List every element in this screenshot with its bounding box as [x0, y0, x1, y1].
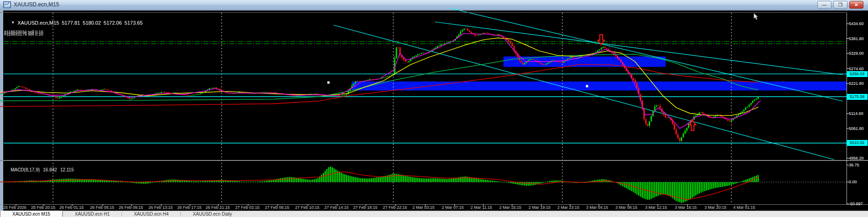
macd-histogram — [0, 166, 759, 203]
macd-name: MACD(8,17,9) — [11, 167, 40, 172]
price-axis-label: 5381.80 — [849, 36, 864, 41]
macd-value-signal: 12.115 — [60, 167, 74, 172]
time-axis-label: 27 Feb 06:15 — [265, 205, 289, 210]
object-handle-dot[interactable] — [586, 85, 588, 88]
time-axis-label: 25 Feb 20:15 — [31, 205, 55, 210]
time-axis-label: 2 Mar 11:15 — [471, 205, 492, 210]
time-axis-label: 26 Feb 13:15 — [148, 205, 173, 210]
price-axis-label: 5114.60 — [849, 111, 863, 116]
time-axis-label: 27 Feb 14:15 — [324, 205, 349, 210]
price-axis-label: 5221.80 — [849, 81, 864, 86]
ohlc-info-bar[interactable]: ▼XAUUSD.ecn,M155177.815180.025172.065173… — [5, 15, 145, 31]
time-axis-label: 26 Feb 09:15 — [119, 205, 143, 210]
time-axis-label: 26 Feb 05:15 — [90, 205, 114, 210]
price-axis-label: 5274.60 — [849, 67, 864, 71]
price-axis-label: 4956.20 — [849, 156, 864, 160]
symbol-dropdown-arrow-icon[interactable]: ▼ — [11, 21, 15, 25]
macd-axis-label: -50.697 — [849, 202, 863, 206]
price-badge: 5010.02 — [847, 140, 868, 146]
tab-xauusd-h1[interactable]: XAUUSD.ecn H1 — [63, 211, 122, 217]
info-open: 5177.81 — [62, 20, 80, 26]
trendline[interactable] — [333, 25, 834, 160]
time-axis-label: 27 Feb 02:15 — [235, 205, 259, 210]
time-axis-label: 3 Mar 20:15 — [704, 205, 726, 210]
tab-xauusd-daily[interactable]: XAUUSD.ecn Daily — [181, 211, 244, 217]
time-axis-label: 3 Mar 08:15 — [615, 205, 637, 210]
time-axis-label: 2 Mar 03:15 — [413, 205, 434, 210]
time-axis-label: 26 Feb 01:15 — [59, 205, 84, 210]
order-label: #118633179 sell 0.10 — [4, 32, 43, 36]
chart-tab-bar: XAUUSD.ecn M15 XAUUSD.ecn H1 XAUUSD.ecn … — [0, 211, 868, 217]
time-axis-label: 26 Feb 21:15 — [206, 205, 230, 210]
info-low: 5172.06 — [104, 20, 122, 26]
time-axis-label: 2 Mar 23:15 — [557, 205, 579, 210]
price-badge: 5175.08 — [847, 94, 868, 100]
mouse-cursor-icon — [754, 13, 758, 20]
time-axis-label: 3 Mar 12:15 — [645, 205, 667, 210]
time-axis-label: 4 Mar 01:15 — [733, 205, 755, 210]
price-axis-label: 5434.60 — [849, 21, 864, 26]
time-axis-label: 2 Mar 15:15 — [499, 205, 521, 210]
tab-xauusd-h4[interactable]: XAUUSD.ecn H4 — [122, 211, 180, 217]
time-axis-label: 3 Mar 16:15 — [675, 205, 697, 210]
macd-axis-label: 0.00 — [849, 180, 857, 184]
time-axis-label: 27 Feb 22:15 — [383, 205, 407, 210]
ma-mid-yellow — [0, 38, 758, 115]
time-axis-label: 27 Feb 10:15 — [295, 205, 319, 210]
time-axis-label: 2 Mar 19:15 — [529, 205, 550, 210]
time-axis-label: 25 Feb 2026 — [3, 205, 26, 210]
time-axis-label: 26 Feb 17:15 — [177, 205, 201, 210]
chart-window: XAUUSD.ecn,M15 — ❐ ✕ ▼XAUUSD.ecn,M155177… — [0, 0, 868, 217]
info-high: 5180.02 — [83, 20, 101, 26]
macd-value-main: 16.842 — [43, 167, 57, 172]
ma-fast-magenta — [0, 33, 761, 128]
price-badge: 5256.03 — [847, 71, 868, 77]
object-handle-dot[interactable] — [328, 82, 330, 84]
macd-axis-label: 39.75 — [849, 163, 859, 167]
chart-canvas[interactable] — [0, 0, 868, 217]
macd-indicator-label: MACD(8,17,9)16.84212.115 — [5, 162, 77, 177]
info-symbol: XAUUSD.ecn,M15 — [17, 20, 59, 26]
price-axis-label: 5061.80 — [849, 126, 864, 131]
time-axis-label: 2 Mar 07:15 — [442, 205, 464, 210]
tab-xauusd-m15[interactable]: XAUUSD.ecn M15 — [0, 211, 63, 217]
info-close: 5173.65 — [125, 20, 143, 26]
time-axis-label: 3 Mar 04:15 — [586, 205, 608, 210]
price-axis-label: 5329.00 — [849, 51, 864, 56]
supply-demand-zone[interactable] — [352, 82, 847, 91]
time-axis-label: 27 Feb 18:15 — [353, 205, 377, 210]
